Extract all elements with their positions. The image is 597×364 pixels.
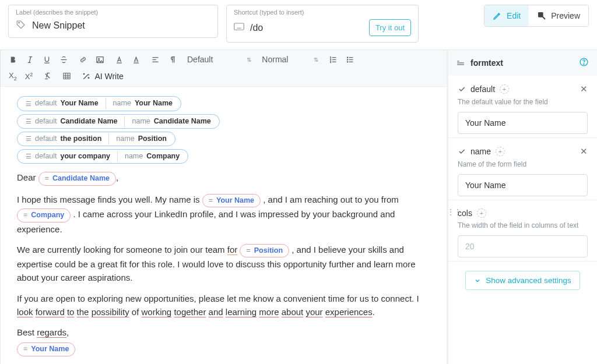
ref-your-name[interactable]: =Your Name bbox=[202, 194, 261, 207]
sidebar-title: formtext bbox=[470, 58, 503, 68]
chevron-updown-icon: ⇅ bbox=[314, 56, 318, 63]
text-color-button[interactable] bbox=[115, 55, 124, 64]
text: Best bbox=[17, 327, 37, 337]
keyboard-icon bbox=[234, 23, 244, 33]
view-toggle: Edit Preview bbox=[484, 5, 589, 27]
link-button[interactable] bbox=[79, 55, 87, 64]
svg-line-11 bbox=[29, 56, 31, 62]
editor-body[interactable]: ☰default Your Namename Your Name☰default… bbox=[1, 87, 447, 364]
ref-position[interactable]: =Position bbox=[240, 244, 289, 257]
snippet-shortcut-field[interactable]: Shortcut (typed to insert) /do Try it ou… bbox=[226, 5, 419, 43]
pencil-icon bbox=[493, 11, 502, 20]
chevron-down-icon bbox=[474, 277, 481, 284]
field-desc: The default value for the field bbox=[458, 98, 588, 106]
text: I hope this message finds you well. My n… bbox=[17, 195, 202, 204]
superscript-button[interactable]: X2 bbox=[25, 72, 33, 81]
clear-field-button[interactable]: ✕ bbox=[580, 146, 588, 157]
text: Dear bbox=[17, 172, 38, 182]
clear-field-button[interactable]: ✕ bbox=[580, 84, 588, 94]
field-desc: Name of the form field bbox=[458, 160, 588, 168]
clear-format-button[interactable] bbox=[43, 72, 52, 80]
magnifier-icon bbox=[537, 11, 546, 20]
strike-button[interactable] bbox=[59, 55, 68, 64]
snippet-label-field[interactable]: Label (describes the snippet) New Snippe… bbox=[8, 5, 218, 38]
ref-your-name-sig[interactable]: =Your Name bbox=[17, 342, 75, 356]
text: for bbox=[227, 245, 238, 255]
size-select[interactable]: Normal⇅ bbox=[262, 55, 318, 64]
add-icon[interactable]: + bbox=[477, 208, 486, 218]
font-select[interactable]: Default⇅ bbox=[187, 55, 251, 64]
field-desc: The width of the field in columns of tex… bbox=[458, 221, 588, 229]
tag-icon bbox=[16, 19, 26, 31]
ref-candidate-name[interactable]: =Candidate Name bbox=[38, 172, 116, 185]
formtext-pill[interactable]: ☰default your companyname Company bbox=[17, 149, 188, 164]
svg-rect-18 bbox=[134, 62, 139, 63]
check-icon bbox=[458, 147, 466, 156]
add-icon[interactable]: + bbox=[496, 147, 505, 156]
text: , and I am reaching out to you from bbox=[263, 195, 399, 204]
label-caption: Label (describes the snippet) bbox=[16, 9, 210, 16]
svg-rect-35 bbox=[64, 73, 70, 79]
bullet-list-button[interactable] bbox=[346, 55, 354, 64]
name-input[interactable] bbox=[458, 174, 588, 196]
check-icon bbox=[458, 85, 466, 93]
label-value: New Snippet bbox=[32, 20, 85, 31]
shortcut-caption: Shortcut (typed to insert) bbox=[234, 9, 411, 16]
italic-button[interactable] bbox=[26, 55, 34, 64]
align-button[interactable] bbox=[151, 55, 160, 64]
edit-tab[interactable]: Edit bbox=[484, 5, 529, 26]
svg-point-32 bbox=[347, 59, 348, 59]
cols-input[interactable] bbox=[458, 235, 588, 257]
ref-company[interactable]: =Company bbox=[17, 208, 71, 222]
image-button[interactable] bbox=[96, 55, 104, 64]
svg-point-15 bbox=[99, 58, 100, 59]
show-advanced-button[interactable]: Show advanced settings bbox=[465, 271, 580, 290]
text: We are currently looking for someone to … bbox=[17, 245, 227, 255]
try-it-out-button[interactable]: Try it out bbox=[369, 19, 411, 36]
field-name: default bbox=[470, 84, 495, 94]
preview-tab[interactable]: Preview bbox=[529, 5, 588, 26]
shortcut-value: /do bbox=[250, 23, 263, 33]
svg-point-33 bbox=[347, 61, 348, 62]
svg-text:3: 3 bbox=[330, 61, 331, 63]
formtext-pill[interactable]: ☰default Your Namename Your Name bbox=[17, 96, 181, 111]
properties-sidebar: ⋮⋮ formtext default+✕The default value f… bbox=[447, 50, 597, 364]
form-icon bbox=[456, 59, 465, 66]
svg-point-31 bbox=[347, 57, 348, 58]
edit-label: Edit bbox=[507, 11, 521, 20]
chevron-updown-icon: ⇅ bbox=[247, 56, 251, 63]
svg-point-44 bbox=[584, 63, 584, 64]
ordered-list-button[interactable]: 123 bbox=[329, 55, 338, 64]
formtext-pill[interactable]: ☰default Candidate Namename Candidate Na… bbox=[17, 114, 220, 129]
preview-label: Preview bbox=[551, 11, 580, 20]
table-button[interactable] bbox=[62, 72, 71, 80]
paragraph-button[interactable] bbox=[168, 55, 177, 64]
editor-toolbar: Default⇅ Normal⇅ 123 X2 X2 bbox=[1, 50, 447, 87]
text: If you are open to exploring new opportu… bbox=[17, 294, 419, 303]
subscript-button[interactable]: X2 bbox=[9, 71, 17, 82]
resize-grip-icon[interactable]: ⋮⋮ bbox=[447, 208, 461, 216]
highlight-button[interactable] bbox=[132, 55, 141, 64]
formtext-pill[interactable]: ☰default the positionname Position bbox=[17, 132, 175, 146]
bold-button[interactable] bbox=[9, 55, 17, 64]
svg-line-8 bbox=[543, 17, 545, 19]
wand-icon bbox=[82, 72, 91, 81]
ai-write-button[interactable]: AI Write bbox=[82, 72, 124, 81]
help-icon[interactable] bbox=[579, 57, 589, 69]
field-name: name bbox=[470, 147, 491, 156]
underline-button[interactable] bbox=[43, 55, 51, 64]
default-input[interactable] bbox=[458, 112, 588, 134]
svg-rect-7 bbox=[538, 12, 543, 17]
svg-rect-1 bbox=[234, 23, 244, 30]
svg-point-0 bbox=[19, 22, 20, 23]
text: . I came across your LinkedIn profile, a… bbox=[17, 209, 395, 234]
add-icon[interactable]: + bbox=[500, 84, 509, 94]
